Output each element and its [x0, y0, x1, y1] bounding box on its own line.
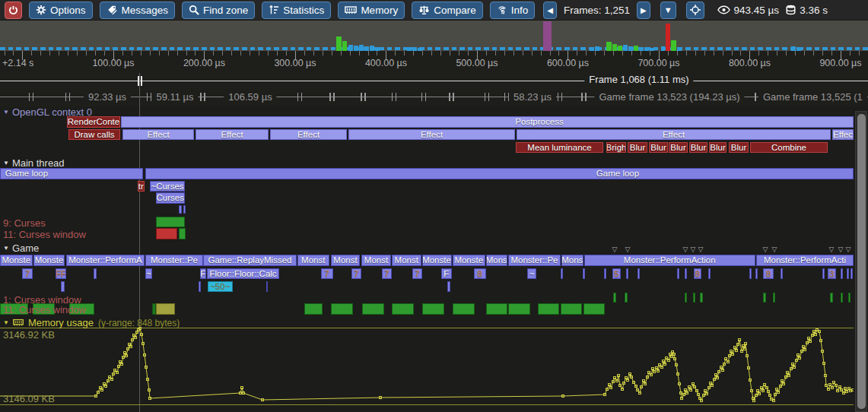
zone-bar[interactable]: Effect: [196, 129, 269, 141]
zone-bar[interactable]: Brigh: [606, 142, 626, 154]
zone-bar[interactable]: [763, 293, 766, 303]
zone-bar[interactable]: [183, 205, 186, 214]
zone-bar[interactable]: [447, 281, 450, 292]
zone-bar[interactable]: [304, 303, 323, 315]
zone-bar[interactable]: [822, 268, 825, 279]
zone-bar[interactable]: [561, 303, 583, 315]
frame-histogram-bar[interactable]: [661, 46, 665, 51]
frame-histogram-bar[interactable]: [677, 47, 682, 51]
time-axis[interactable]: +2.14 s100.00 µs200.00 µs300.00 µs400.00…: [0, 51, 868, 68]
frame-histogram-bar[interactable]: [407, 47, 412, 51]
frame-histogram-bar[interactable]: [671, 40, 676, 51]
zone-bar[interactable]: Game::ReplayMissed: [203, 255, 297, 267]
zone-bar[interactable]: [561, 268, 563, 279]
zone-bar[interactable]: [94, 268, 97, 279]
zone-bar[interactable]: Monst: [297, 255, 330, 267]
zone-bar[interactable]: [773, 293, 776, 303]
zone-bar[interactable]: F: [441, 268, 452, 279]
zone-bar[interactable]: Monster::Pe: [508, 255, 561, 267]
zone-bar[interactable]: Effec: [832, 129, 854, 141]
collapse-triangle-icon[interactable]: ▼: [3, 109, 9, 116]
zone-bar[interactable]: 3: [828, 268, 836, 279]
zone-bar[interactable]: Blur: [628, 142, 647, 154]
zone-bar[interactable]: Blur: [709, 142, 727, 154]
frame-histogram-bar[interactable]: [412, 47, 417, 51]
zone-bar[interactable]: 8: [763, 268, 774, 279]
memory-usage-graph[interactable]: [0, 327, 854, 404]
zone-bar[interactable]: [362, 303, 384, 315]
zone-bar[interactable]: [266, 281, 269, 292]
section-header-game[interactable]: ▼Game: [3, 242, 39, 254]
zone-bar[interactable]: ~: [145, 268, 153, 279]
zone-bar[interactable]: Draw calls: [68, 129, 120, 141]
zone-bar[interactable]: [179, 205, 182, 214]
frame-histogram-bar[interactable]: [639, 47, 644, 51]
frame-histogram-bar[interactable]: [618, 46, 622, 51]
zone-bar[interactable]: Blur: [669, 142, 688, 154]
zone-bar[interactable]: 7: [382, 268, 393, 279]
zone-bar[interactable]: [848, 293, 851, 303]
zone-bar[interactable]: 8: [474, 268, 486, 279]
frame-histogram-bar[interactable]: [590, 47, 594, 51]
zone-bar[interactable]: 7: [22, 268, 33, 279]
zone-bar[interactable]: [145, 168, 854, 179]
section-header-main-thread[interactable]: ▼Main thread: [3, 157, 65, 169]
zone-bar[interactable]: ~Curses: [150, 181, 185, 192]
message-marker-icon[interactable]: ▽: [846, 246, 851, 253]
zone-bar[interactable]: Blur: [649, 142, 668, 154]
thread-label[interactable]: 11: Curses window: [3, 304, 86, 315]
frame-histogram-bar[interactable]: [336, 36, 342, 51]
zone-bar[interactable]: [637, 268, 640, 279]
zone-bar[interactable]: Blur: [729, 142, 749, 154]
zone-bar[interactable]: Monster::Pe: [145, 255, 203, 267]
prev-frame-button[interactable]: ◀: [543, 2, 557, 19]
frame-histogram-bar[interactable]: [644, 47, 649, 51]
zone-bar[interactable]: 8: [694, 268, 702, 279]
zone-bar[interactable]: Monste: [33, 255, 65, 267]
zone-bar[interactable]: Effect: [348, 129, 515, 141]
zone-bar[interactable]: Mean luminance: [516, 142, 603, 154]
zone-bar[interactable]: [708, 268, 711, 279]
zone-bar[interactable]: Monster::PerformActi: [756, 255, 854, 267]
frame-histogram-bar[interactable]: [348, 45, 353, 51]
zone-bar[interactable]: FF: [56, 268, 67, 279]
subframe-label[interactable]: 92.33 µs: [84, 91, 131, 103]
power-button[interactable]: [5, 2, 22, 19]
zone-bar[interactable]: tr: [138, 181, 145, 192]
frame-histogram-bar[interactable]: [595, 46, 599, 51]
subframe-label[interactable]: Game frame 13,523 (194.23 µs): [594, 91, 744, 103]
zone-bar[interactable]: [156, 228, 178, 239]
zone-bar[interactable]: Mons: [561, 255, 584, 267]
subframe-label[interactable]: 106.59 µs: [224, 91, 276, 103]
zone-bar[interactable]: [422, 303, 444, 315]
zone-bar[interactable]: Monst: [331, 255, 360, 267]
frame-histogram-bar[interactable]: [634, 46, 638, 51]
frame-select-button[interactable]: ▼: [660, 2, 676, 19]
zone-bar[interactable]: [841, 268, 843, 279]
message-marker-icon[interactable]: ▽: [625, 246, 631, 253]
zone-bar[interactable]: [453, 303, 475, 315]
zone-bar[interactable]: Monste: [0, 255, 33, 267]
zone-bar[interactable]: [583, 303, 606, 315]
zone-bar[interactable]: Monste: [422, 255, 452, 267]
zone-bar[interactable]: [755, 268, 758, 279]
frame-band[interactable]: Frame 1,068 (1.11 ms)92.33 µs59.11 µs106…: [0, 68, 868, 106]
frame-label[interactable]: Frame 1,068 (1.11 ms): [584, 74, 693, 85]
find-zone-button[interactable]: Find zone: [182, 2, 255, 19]
zone-bar[interactable]: [486, 303, 507, 315]
zone-bar[interactable]: [508, 303, 530, 315]
zone-bar[interactable]: Monster::PerformAction: [584, 255, 756, 267]
zone-bar[interactable]: [392, 303, 414, 315]
message-marker-icon[interactable]: ▽: [698, 246, 704, 253]
zone-bar[interactable]: Effect: [517, 129, 831, 141]
zone-bar[interactable]: 7: [321, 268, 333, 279]
zone-bar[interactable]: Monster::PerformA: [66, 255, 145, 267]
zone-bar[interactable]: [121, 116, 854, 128]
frame-histogram-bar[interactable]: [359, 45, 364, 51]
zone-bar[interactable]: [604, 268, 606, 279]
message-marker-icon[interactable]: ▽: [829, 246, 835, 253]
zone-bar[interactable]: RenderConte: [67, 116, 120, 128]
frame-histogram-bar[interactable]: [796, 47, 801, 51]
zone-bar[interactable]: ~: [527, 268, 536, 279]
zone-bar[interactable]: Floor::Floor::Calc: [207, 268, 279, 279]
